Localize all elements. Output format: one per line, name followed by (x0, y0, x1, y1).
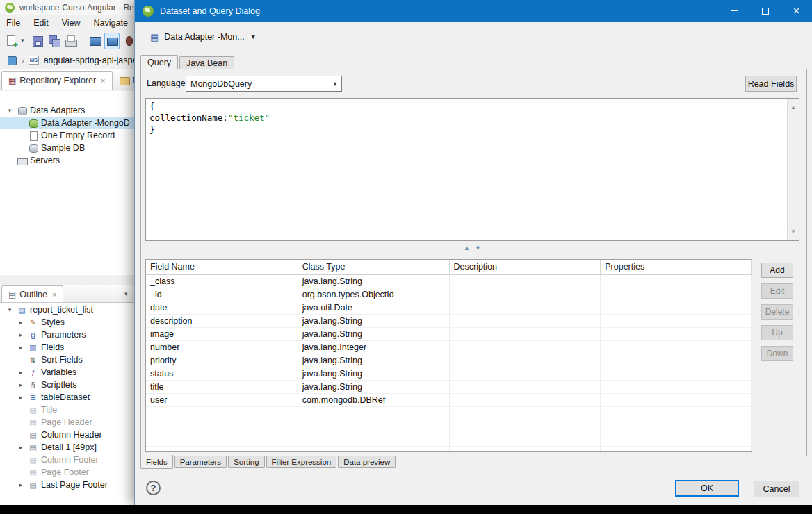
query-line-1: { (149, 100, 795, 112)
menu-view[interactable]: View (62, 18, 81, 28)
caret-right-icon[interactable]: ▸ (17, 331, 25, 338)
band-icon (28, 417, 38, 428)
data-adapter-combo[interactable]: Data Adapter -Mon... ▼ (146, 28, 261, 45)
close-button[interactable] (781, 0, 812, 22)
collapse-down-icon[interactable]: ▼ (475, 244, 481, 251)
help-button[interactable]: ? (146, 481, 161, 495)
fields-table: Field NameClass TypeDescriptionPropertie… (145, 259, 752, 452)
menu-navigate[interactable]: Navigate (94, 18, 128, 28)
band-icon (28, 455, 38, 465)
caret-right-icon[interactable]: ▸ (17, 394, 25, 401)
scroll-down-icon[interactable]: ▼ (790, 223, 796, 240)
column-header-properties[interactable]: Properties (601, 260, 752, 274)
workspace-icon[interactable] (6, 54, 18, 67)
column-header-class-type[interactable]: Class Type (298, 260, 450, 274)
dialog-titlebar[interactable]: Dataset and Query Dialog (135, 0, 812, 22)
dialog-app-icon (143, 6, 154, 17)
tab-java-bean[interactable]: Java Bean (179, 56, 234, 69)
cell-properties (601, 341, 752, 354)
ok-button[interactable]: OK (675, 480, 739, 497)
band-icon (28, 480, 38, 490)
tab-outline[interactable]: Outline × (1, 285, 63, 302)
cell-description (450, 420, 601, 433)
down-button: Down (761, 346, 793, 361)
column-header-field-name[interactable]: Field Name (146, 260, 298, 274)
save-icon[interactable] (30, 33, 45, 49)
tree-item-label: Parameters (41, 330, 86, 340)
tree-item-label: Data Adapters (30, 106, 85, 115)
cell-class-type: org.bson.types.ObjectId (298, 288, 450, 301)
editor-scrollbar[interactable]: ▲ ▼ (787, 99, 799, 240)
add-button[interactable]: Add (761, 263, 793, 278)
menu-edit[interactable]: Edit (33, 18, 49, 28)
chevron-down-icon: ▼ (250, 33, 257, 40)
close-tab-icon[interactable]: × (101, 76, 105, 85)
table-row[interactable]: usercom.mongodb.DBRef (146, 394, 752, 407)
cell-properties (601, 420, 752, 433)
print-icon[interactable] (63, 33, 79, 49)
table-row[interactable]: _classjava.lang.String (146, 275, 752, 288)
cell-class-type (298, 420, 450, 433)
caret-right-icon[interactable]: ▸ (17, 369, 25, 376)
tab-repository-explorer[interactable]: Repository Explorer× (1, 71, 113, 90)
dataset-icon (150, 33, 159, 42)
table-row[interactable]: _idorg.bson.types.ObjectId (146, 288, 752, 301)
cell-description (450, 433, 601, 447)
save-all-icon[interactable] (47, 33, 62, 49)
caret-right-icon[interactable]: ▸ (17, 344, 25, 351)
tree-item-label: Title (41, 405, 57, 415)
table-row[interactable]: imagejava.lang.String (146, 328, 752, 341)
tab-parameters[interactable]: Parameters (174, 456, 227, 468)
delete-button: Delete (761, 304, 793, 320)
minimize-icon (731, 10, 738, 11)
cancel-button[interactable]: Cancel (754, 481, 799, 497)
column-header-description[interactable]: Description (450, 260, 601, 274)
table-row-empty (146, 420, 752, 433)
tree-item-label: Column Footer (41, 455, 99, 465)
caret-right-icon[interactable]: ▸ (17, 381, 25, 388)
table-row[interactable]: priorityjava.lang.String (146, 354, 752, 367)
cell-class-type: java.lang.String (298, 354, 450, 367)
breadcrumb-project[interactable]: angular-spring-api-jaspe (44, 56, 138, 65)
new-wizard-icon[interactable] (3, 33, 19, 49)
view-menu-icon[interactable]: ▾ (124, 290, 128, 297)
caret-down-icon[interactable]: ▾ (6, 107, 14, 114)
cell-properties (601, 275, 752, 288)
db-stack-icon (17, 106, 27, 116)
cell-class-type: java.lang.String (298, 367, 450, 381)
caret-right-icon[interactable]: ▸ (17, 444, 25, 451)
close-tab-icon[interactable]: × (52, 290, 56, 299)
maximize-button[interactable] (749, 0, 781, 22)
table-row[interactable]: statusjava.lang.String (146, 367, 752, 381)
doc-icon (28, 131, 38, 141)
language-select[interactable]: MongoDbQuery ▼ (186, 76, 342, 92)
collapse-up-icon[interactable]: ▲ (464, 244, 470, 251)
caret-right-icon[interactable]: ▸ (17, 481, 25, 488)
read-fields-button[interactable]: Read Fields (745, 76, 797, 92)
menu-file[interactable]: File (6, 18, 20, 28)
tab-fields[interactable]: Fields (140, 455, 173, 469)
table-row-empty (146, 407, 752, 420)
table-row[interactable]: datejava.util.Date (146, 301, 752, 315)
sash-divider[interactable]: ▲ ▼ (145, 242, 799, 254)
scroll-up-icon[interactable]: ▲ (790, 99, 796, 116)
query-editor[interactable]: { collectionName:"ticket" } ▲ ▼ (145, 98, 799, 241)
minimize-button[interactable] (718, 0, 749, 22)
caret-down-icon[interactable]: ▾ (6, 306, 14, 313)
tab-sorting[interactable]: Sorting (228, 456, 264, 468)
menu-caret-icon[interactable] (20, 33, 29, 49)
table-row[interactable]: descriptionjava.lang.String (146, 315, 752, 328)
cell-class-type (298, 433, 450, 447)
up-button: Up (761, 325, 793, 340)
tab-filter-expression[interactable]: Filter Expression (266, 456, 337, 468)
cell-description (450, 447, 601, 452)
tree-item-label: Fields (41, 342, 64, 352)
tab-data-preview[interactable]: Data preview (338, 456, 396, 468)
table-row[interactable]: titlejava.lang.String (146, 381, 752, 394)
table-row[interactable]: numberjava.lang.Integer (146, 341, 752, 354)
debug-view-icon[interactable] (104, 33, 120, 49)
java-view-icon[interactable] (88, 33, 103, 49)
tab-query[interactable]: Query (140, 55, 178, 69)
cell-properties (601, 433, 752, 447)
caret-right-icon[interactable]: ▸ (17, 319, 25, 326)
